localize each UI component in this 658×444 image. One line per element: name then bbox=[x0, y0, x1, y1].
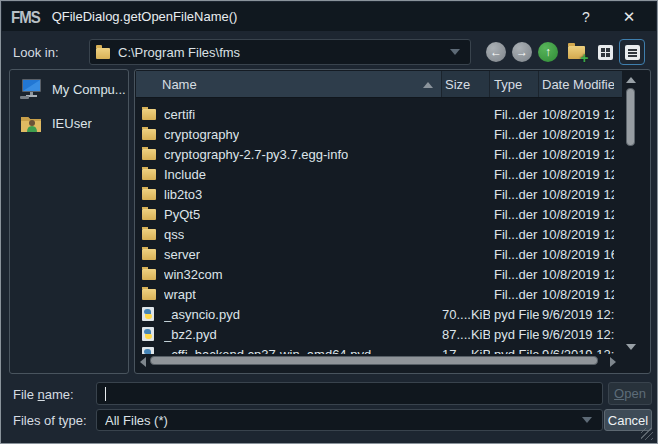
file-date-modified: 9/6/2019 12:43 bbox=[539, 347, 614, 355]
file-date-modified: 10/8/2019 12:49 bbox=[539, 267, 614, 282]
help-button[interactable]: ? bbox=[571, 9, 601, 25]
folder-icon bbox=[142, 269, 156, 280]
parent-directory-button[interactable]: ↑ bbox=[535, 39, 561, 65]
column-header-type[interactable]: Type bbox=[490, 71, 539, 97]
sidebar-panel: My Compu... IEUser bbox=[9, 69, 129, 374]
create-new-folder-button[interactable]: + bbox=[563, 39, 589, 65]
resize-grip[interactable] bbox=[641, 428, 653, 440]
close-button[interactable]: ✕ bbox=[614, 8, 644, 26]
files-of-type-value: All Files (*) bbox=[105, 413, 582, 428]
computer-icon bbox=[18, 78, 44, 100]
look-in-path: C:\Program Files\fms bbox=[118, 45, 450, 60]
chevron-down-icon bbox=[450, 49, 460, 55]
file-name: _cffi_backend.cp37-win_amd64.pyd bbox=[164, 347, 371, 355]
list-view-mode-button[interactable] bbox=[592, 39, 618, 65]
file-list-panel: Name Size Type Date Modified certifiFil.… bbox=[134, 69, 651, 374]
scroll-left-icon[interactable] bbox=[140, 357, 146, 367]
file-type: Fil...der bbox=[490, 107, 539, 122]
scroll-right-icon[interactable] bbox=[610, 357, 616, 367]
file-row[interactable]: PyQt5Fil...der10/8/2019 12:49 bbox=[136, 204, 622, 224]
file-row[interactable]: certifiFil...der10/8/2019 12:49 bbox=[136, 104, 622, 124]
vertical-scrollbar[interactable] bbox=[624, 71, 638, 354]
column-header-name[interactable]: Name bbox=[136, 71, 442, 97]
file-date-modified: 10/8/2019 12:49 bbox=[539, 127, 614, 142]
file-date-modified: 10/8/2019 16:12 bbox=[539, 247, 614, 262]
file-name-input[interactable] bbox=[96, 382, 603, 405]
file-name: cryptography-2.7-py3.7.egg-info bbox=[164, 147, 348, 162]
file-name: server bbox=[164, 247, 200, 262]
files-of-type-combobox[interactable]: All Files (*) bbox=[96, 409, 603, 431]
forward-button[interactable]: → bbox=[509, 39, 535, 65]
file-type: pyd File bbox=[490, 347, 539, 355]
file-name: qss bbox=[164, 227, 184, 242]
folder-icon bbox=[142, 149, 156, 160]
file-type: Fil...der bbox=[490, 147, 539, 162]
file-row[interactable]: serverFil...der10/8/2019 16:12 bbox=[136, 244, 622, 264]
file-row[interactable]: _cffi_backend.cp37-win_amd64.pyd17....Ki… bbox=[136, 344, 622, 354]
horizontal-scrollbar-thumb[interactable] bbox=[150, 356, 598, 365]
column-label: Name bbox=[162, 77, 197, 92]
up-arrow-icon: ↑ bbox=[538, 42, 558, 62]
sidebar-item-my-computer[interactable]: My Compu... bbox=[10, 74, 128, 104]
file-name: Include bbox=[164, 167, 206, 182]
back-button[interactable]: ← bbox=[483, 39, 509, 65]
scroll-down-icon[interactable] bbox=[626, 344, 636, 350]
file-type: pyd File bbox=[490, 327, 539, 342]
text-caret bbox=[105, 387, 106, 401]
vertical-scrollbar-thumb[interactable] bbox=[626, 88, 635, 146]
file-row[interactable]: cryptographyFil...der10/8/2019 12:49 bbox=[136, 124, 622, 144]
sidebar-item-label: My Compu... bbox=[52, 82, 126, 97]
grid-view-icon bbox=[598, 45, 613, 60]
file-name: wrapt bbox=[164, 287, 196, 302]
scroll-up-icon[interactable] bbox=[626, 77, 636, 83]
file-name: win32com bbox=[164, 267, 223, 282]
back-arrow-icon: ← bbox=[486, 42, 506, 62]
folder-icon bbox=[142, 289, 156, 300]
file-row[interactable]: wraptFil...der10/8/2019 12:49 bbox=[136, 284, 622, 304]
files-of-type-label: Files of type: bbox=[13, 413, 87, 428]
file-row[interactable]: lib2to3Fil...der10/8/2019 12:49 bbox=[136, 184, 622, 204]
folder-icon bbox=[142, 209, 156, 220]
forward-arrow-icon: → bbox=[512, 42, 532, 62]
file-type: Fil...der bbox=[490, 247, 539, 262]
file-row[interactable]: win32comFil...der10/8/2019 12:49 bbox=[136, 264, 622, 284]
column-header-size[interactable]: Size bbox=[442, 71, 490, 97]
file-name: _asyncio.pyd bbox=[164, 307, 240, 322]
sidebar-item-ieuser[interactable]: IEUser bbox=[10, 108, 128, 138]
sidebar-item-label: IEUser bbox=[52, 116, 92, 131]
python-file-icon bbox=[142, 347, 154, 354]
file-name: cryptography bbox=[164, 127, 239, 142]
folder-icon bbox=[142, 229, 156, 240]
file-type: Fil...der bbox=[490, 267, 539, 282]
detail-view-mode-button[interactable] bbox=[619, 39, 645, 65]
file-size: 87....KiB bbox=[442, 327, 490, 342]
window-title: QFileDialog.getOpenFileName() bbox=[52, 9, 238, 24]
file-name-label: File name: bbox=[13, 387, 74, 402]
column-label: Type bbox=[494, 77, 522, 92]
file-row[interactable]: qssFil...der10/8/2019 12:49 bbox=[136, 224, 622, 244]
file-date-modified: 9/6/2019 12:43 bbox=[539, 307, 614, 322]
file-date-modified: 10/8/2019 12:49 bbox=[539, 287, 614, 302]
file-dialog-window: FMS QFileDialog.getOpenFileName() ? ✕ Lo… bbox=[0, 0, 658, 444]
file-row[interactable]: IncludeFil...der10/8/2019 12:49 bbox=[136, 164, 622, 184]
file-size: 17....KiB bbox=[442, 347, 490, 355]
file-type: Fil...der bbox=[490, 287, 539, 302]
look-in-combobox[interactable]: C:\Program Files\fms bbox=[89, 39, 471, 65]
file-type: Fil...der bbox=[490, 207, 539, 222]
folder-icon bbox=[142, 129, 156, 140]
file-row[interactable]: _asyncio.pyd70....KiBpyd File9/6/2019 12… bbox=[136, 304, 622, 324]
file-row[interactable]: cryptography-2.7-py3.7.egg-infoFil...der… bbox=[136, 144, 622, 164]
file-rows: certifiFil...der10/8/2019 12:49cryptogra… bbox=[136, 98, 622, 354]
look-in-label: Look in: bbox=[13, 45, 59, 60]
file-type: Fil...der bbox=[490, 227, 539, 242]
horizontal-scrollbar[interactable] bbox=[136, 355, 638, 369]
file-size: 70....KiB bbox=[442, 307, 490, 322]
file-date-modified: 10/8/2019 12:49 bbox=[539, 227, 614, 242]
file-date-modified: 10/8/2019 12:49 bbox=[539, 107, 614, 122]
column-header-date-modified[interactable]: Date Modified bbox=[539, 71, 614, 97]
column-label: Size bbox=[445, 77, 470, 92]
file-row[interactable]: _bz2.pyd87....KiBpyd File9/6/2019 12:05 bbox=[136, 324, 622, 344]
open-button[interactable]: Open bbox=[608, 382, 652, 405]
file-type: Fil...der bbox=[490, 127, 539, 142]
user-folder-icon bbox=[18, 112, 44, 134]
